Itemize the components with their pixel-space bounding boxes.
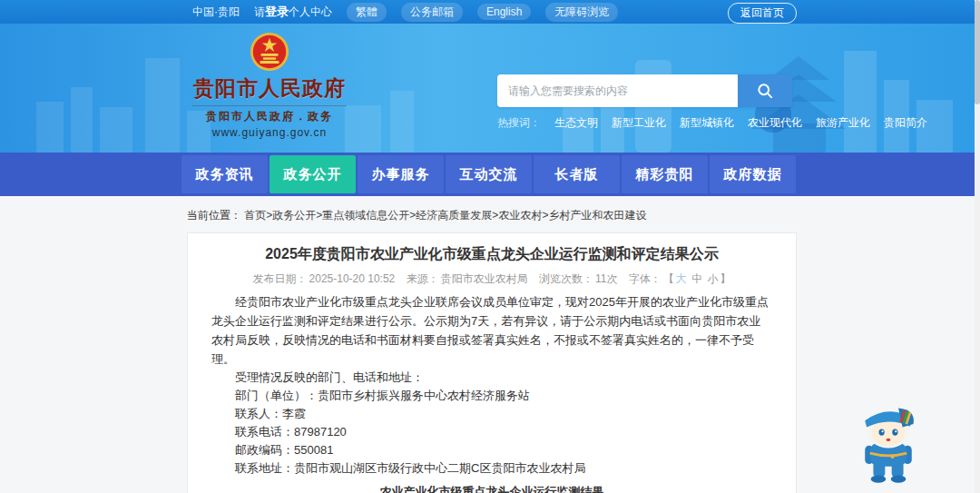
login-suffix: 个人中心 — [289, 5, 332, 18]
font-size-large-button[interactable]: 大 — [676, 272, 687, 285]
search-icon — [756, 82, 774, 100]
article-paragraph: 经贵阳市农业产业化市级重点龙头企业联席会议成员单位审定，现对2025年开展的农业… — [211, 292, 772, 369]
source-label: 来源： — [407, 272, 439, 285]
hot-link-ecology[interactable]: 生态文明 — [554, 115, 598, 131]
hot-link-tourism[interactable]: 旅游产业化 — [816, 115, 870, 131]
nav-item-gov-open[interactable]: 政务公开 — [270, 155, 356, 193]
search-box — [497, 74, 792, 107]
article-meta: 发布日期：2025-10-20 10:52 来源：贵阳市农业农村局 浏览次数：1… — [211, 271, 772, 287]
hot-link-agriculture[interactable]: 农业现代化 — [748, 115, 802, 131]
region-link[interactable]: 中国·贵阳 — [192, 5, 240, 20]
login-bold: 登录 — [265, 5, 289, 18]
login-prefix: 请 — [254, 5, 265, 18]
source-value: 贵阳市农业农村局 — [441, 272, 528, 285]
cityscape-art — [0, 24, 980, 153]
mascot-assistant[interactable] — [855, 402, 922, 489]
hot-search-label: 热搜词： — [497, 115, 541, 131]
mascot-icon — [855, 402, 922, 486]
english-link[interactable]: English — [477, 4, 531, 20]
nav-item-news[interactable]: 政务资讯 — [181, 155, 268, 193]
site-title: 贵阳市人民政府 — [192, 74, 347, 106]
info-phone-line: 联系电话：87987120 — [211, 423, 772, 441]
font-size-label: 字体： — [629, 272, 662, 285]
hot-link-industrialization[interactable]: 新型工业化 — [612, 115, 666, 131]
info-postcode-line: 邮政编码：550081 — [211, 441, 772, 459]
scrollbar-track[interactable] — [975, 0, 980, 493]
nav-item-gov-data[interactable]: 政府数据 — [710, 155, 796, 193]
article-card: 2025年度贵阳市农业产业化市级重点龙头企业运行监测和评定结果公示 发布日期：2… — [187, 232, 797, 493]
views-label: 浏览次数： — [539, 272, 593, 285]
article-title: 2025年度贵阳市农业产业化市级重点龙头企业运行监测和评定结果公示 — [211, 245, 772, 263]
publish-value: 2025-10-20 10:52 — [309, 272, 396, 285]
table-title: 农业产业化市级重点龙头企业运行监测结果 — [211, 484, 772, 493]
info-contact-person-line: 联系人：李霞 — [211, 405, 772, 423]
bracket-close: 】 — [720, 272, 730, 285]
content-area: 当前位置： 首页>政务公开>重点领域信息公开>经济高质量发展>农业农村>乡村产业… — [0, 196, 980, 493]
site-logo[interactable]: 贵阳市人民政府 贵阳市人民政府．政务 www.guiyang.gov.cn — [192, 31, 347, 139]
info-address-line: 联系地址：贵阳市观山湖区市级行政中心二期C区贵阳市农业农村局 — [211, 459, 772, 478]
nav-item-interaction[interactable]: 互动交流 — [446, 155, 532, 193]
nav-item-highlights[interactable]: 精彩贵阳 — [622, 155, 708, 193]
breadcrumb-path[interactable]: 首页>政务公开>重点领域信息公开>经济高质量发展>农业农村>乡村产业和农田建设 — [244, 209, 646, 222]
site-url: www.guiyang.gov.cn — [192, 126, 347, 139]
national-emblem-icon — [249, 31, 290, 73]
info-intro-line: 受理情况反映的部门、电话和地址： — [211, 369, 772, 387]
hot-link-urbanization[interactable]: 新型城镇化 — [680, 115, 734, 131]
breadcrumb: 当前位置： 首页>政务公开>重点领域信息公开>经济高质量发展>农业农村>乡村产业… — [187, 208, 980, 223]
publish-label: 发布日期： — [253, 272, 308, 285]
bracket-open: 【 — [663, 272, 674, 285]
nav-item-senior[interactable]: 长者版 — [534, 155, 620, 193]
search-input[interactable] — [497, 74, 738, 107]
scrollbar-thumb[interactable] — [975, 0, 980, 104]
nav-item-services[interactable]: 办事服务 — [358, 155, 444, 193]
info-department-line: 部门（单位）：贵阳市乡村振兴服务中心农村经济服务站 — [211, 387, 772, 405]
font-size-medium-button[interactable]: 中 — [691, 272, 702, 285]
article-body: 经贵阳市农业产业化市级重点龙头企业联席会议成员单位审定，现对2025年开展的农业… — [211, 292, 772, 493]
official-mail-link[interactable]: 公务邮箱 — [401, 3, 463, 22]
main-navigation: 政务资讯 政务公开 办事服务 互动交流 长者版 精彩贵阳 政府数据 — [0, 153, 980, 196]
login-link[interactable]: 请登录个人中心 — [254, 4, 332, 20]
traditional-chinese-link[interactable]: 繁體 — [347, 3, 387, 22]
views-value: 11次 — [595, 272, 617, 285]
breadcrumb-label: 当前位置： — [187, 209, 241, 222]
font-size-small-button[interactable]: 小 — [707, 272, 718, 285]
site-header: 贵阳市人民政府 贵阳市人民政府．政务 www.guiyang.gov.cn 热搜… — [0, 24, 980, 153]
hot-search-row: 热搜词： 生态文明 新型工业化 新型城镇化 农业现代化 旅游产业化 贵阳简介 — [497, 115, 792, 131]
accessibility-link[interactable]: 无障碍浏览 — [545, 3, 618, 22]
top-utility-bar: 中国·贵阳 请登录个人中心 繁體 公务邮箱 English 无障碍浏览 返回首页 — [0, 0, 980, 24]
hot-link-guiyang-intro[interactable]: 贵阳简介 — [884, 115, 927, 131]
site-subtitle: 贵阳市人民政府．政务 — [192, 109, 347, 124]
search-button[interactable] — [738, 74, 792, 107]
back-to-home-button[interactable]: 返回首页 — [728, 3, 797, 24]
